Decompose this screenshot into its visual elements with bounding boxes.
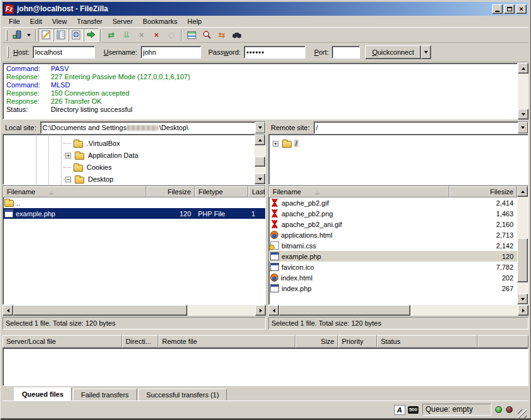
- column-modified[interactable]: Last modified: [248, 186, 265, 197]
- file-row-selected[interactable]: example.php 120: [269, 251, 517, 262]
- menu-edit[interactable]: Edit: [25, 16, 47, 26]
- local-tree-scrollbar[interactable]: [255, 135, 265, 184]
- menu-help[interactable]: Help: [182, 16, 207, 26]
- message-log: Command:PASV Response:227 Entering Passi…: [3, 63, 528, 119]
- column-filetype[interactable]: Filetype: [195, 186, 248, 197]
- file-row[interactable]: bitnami.css 2,142: [269, 240, 517, 251]
- speedlimit-badge-icon[interactable]: 500: [408, 406, 419, 414]
- expand-icon[interactable]: +: [273, 141, 278, 146]
- file-row[interactable]: applications.html 2,713: [269, 229, 517, 240]
- tree-item[interactable]: − Desktop: [65, 174, 114, 184]
- column-filename[interactable]: Filename: [269, 186, 449, 197]
- scroll-down-icon[interactable]: [517, 294, 528, 304]
- site-manager-button[interactable]: [9, 28, 25, 42]
- close-button[interactable]: ×: [516, 4, 527, 14]
- file-row-selected[interactable]: example.php 120 PHP File 1: [3, 208, 265, 219]
- tree-item[interactable]: + Application Data: [65, 150, 140, 161]
- remote-file-pane: Filename Filesize apache_pb2.gif 2,414 a…: [268, 185, 528, 332]
- scroll-down-icon[interactable]: [518, 109, 528, 119]
- scroll-up-icon[interactable]: [255, 135, 265, 145]
- username-input[interactable]: [141, 46, 201, 58]
- toggle-local-tree-button[interactable]: [53, 28, 68, 42]
- quickconnect-button[interactable]: Quickconnect: [365, 45, 421, 59]
- remote-hscrollbar[interactable]: [268, 305, 528, 316]
- toggle-queue-button[interactable]: [84, 28, 99, 42]
- compare-button[interactable]: [199, 28, 214, 42]
- remote-path-combo[interactable]: /: [314, 121, 528, 134]
- file-row[interactable]: index.php 267: [269, 283, 517, 294]
- tab-failed-transfers[interactable]: Failed transfers: [73, 389, 137, 401]
- column-filesize[interactable]: Filesize: [449, 186, 517, 197]
- cancel-button[interactable]: ×: [134, 28, 149, 42]
- sync-browse-button[interactable]: ⇆: [214, 28, 229, 42]
- scrollbar-thumb[interactable]: [517, 238, 528, 282]
- tree-guide: [61, 135, 62, 184]
- port-input[interactable]: [332, 46, 360, 58]
- file-row[interactable]: apache_pb2_ani.gif 2,160: [269, 219, 517, 229]
- file-row[interactable]: apache_pb2.gif 2,414: [269, 197, 517, 208]
- file-row[interactable]: index.html 202: [269, 272, 517, 283]
- refresh-button[interactable]: ⇄: [104, 28, 119, 42]
- tab-queued-files[interactable]: Queued files: [14, 387, 72, 401]
- column-filesize[interactable]: Filesize: [146, 186, 195, 197]
- combo-dropdown-button[interactable]: [255, 122, 265, 133]
- column-size[interactable]: Size: [295, 335, 338, 348]
- column-filename[interactable]: Filename: [3, 186, 146, 197]
- scroll-up-icon[interactable]: [517, 186, 528, 197]
- disconnect-button[interactable]: ×: [149, 28, 164, 42]
- filter-button[interactable]: [184, 28, 199, 42]
- quickconnect-dropdown-button[interactable]: [421, 45, 431, 59]
- datatype-indicator-icon[interactable]: A: [394, 405, 405, 415]
- scroll-up-icon[interactable]: [518, 63, 528, 74]
- password-input[interactable]: [244, 46, 305, 58]
- column-priority[interactable]: Priority: [338, 335, 377, 348]
- scroll-right-icon[interactable]: [255, 305, 266, 316]
- file-row[interactable]: favicon.ico 7,782: [269, 262, 517, 272]
- local-path-combo[interactable]: C:\Documents and Settings\Desktop\: [40, 121, 266, 134]
- tree-item[interactable]: Cookies: [72, 162, 113, 173]
- remote-treeview-icon: [72, 30, 81, 40]
- scrollbar-thumb[interactable]: [279, 305, 410, 316]
- scroll-left-icon[interactable]: [268, 305, 279, 316]
- queue-list[interactable]: [3, 348, 528, 386]
- process-queue-button[interactable]: ⇊: [119, 28, 134, 42]
- column-status[interactable]: Status: [377, 335, 478, 348]
- scroll-left-icon[interactable]: [3, 305, 13, 316]
- combo-dropdown-button[interactable]: [518, 122, 528, 133]
- local-hscrollbar[interactable]: [3, 305, 266, 316]
- php-file-icon: [270, 284, 279, 292]
- file-row[interactable]: apache_pb2.png 1,463: [269, 208, 517, 219]
- menu-server[interactable]: Server: [107, 16, 138, 26]
- resize-grip[interactable]: [518, 409, 527, 418]
- scrollbar-thumb[interactable]: [255, 157, 265, 167]
- remote-list-scrollbar[interactable]: [517, 186, 528, 304]
- site-manager-dropdown-icon[interactable]: [27, 34, 31, 36]
- collapse-icon[interactable]: −: [65, 177, 71, 182]
- toggle-remote-tree-button[interactable]: [68, 28, 84, 42]
- toggle-log-button[interactable]: [38, 28, 53, 42]
- file-row[interactable]: ..: [3, 197, 265, 208]
- expand-icon[interactable]: +: [65, 153, 71, 158]
- tree-item[interactable]: .VirtualBox: [72, 138, 121, 149]
- quickbar-grip[interactable]: [7, 47, 9, 58]
- column-direction[interactable]: Directi...: [122, 335, 158, 348]
- maximize-button[interactable]: [504, 4, 515, 14]
- scrollbar-thumb[interactable]: [13, 305, 187, 316]
- menu-bookmarks[interactable]: Bookmarks: [138, 16, 182, 26]
- tab-successful-transfers[interactable]: Successful transfers (1): [138, 389, 227, 401]
- reconnect-button[interactable]: ◇: [164, 28, 179, 42]
- menu-file[interactable]: File: [4, 16, 25, 26]
- menu-transfer[interactable]: Transfer: [72, 16, 107, 26]
- column-remote-file[interactable]: Remote file: [158, 335, 295, 348]
- scroll-down-icon[interactable]: [255, 174, 265, 184]
- toolbar-grip[interactable]: [6, 30, 8, 41]
- remote-tree-pane: Remote site: / + /: [268, 121, 528, 185]
- minimize-button[interactable]: [492, 4, 503, 14]
- menu-view[interactable]: View: [47, 16, 72, 26]
- host-input[interactable]: [33, 46, 95, 58]
- find-button[interactable]: [229, 28, 244, 42]
- scroll-right-icon[interactable]: [518, 305, 528, 316]
- tree-item[interactable]: + /: [273, 138, 298, 149]
- column-server-local-file[interactable]: Server/Local file: [3, 335, 122, 348]
- log-scrollbar[interactable]: [518, 63, 528, 119]
